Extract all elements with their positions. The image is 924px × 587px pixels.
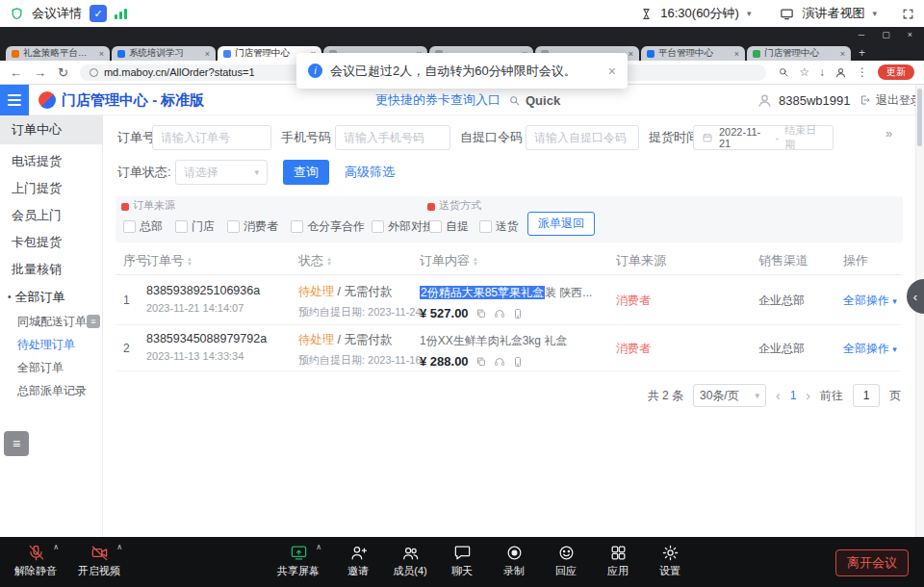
unmute-button[interactable]: ∧ 解除静音 (10, 542, 62, 578)
col-order-no[interactable]: 订单号▲▼ (146, 246, 192, 275)
col-status[interactable]: 状态▲▼ (298, 246, 332, 275)
chat-button[interactable]: 聊天 (436, 542, 488, 578)
window-maximize-icon[interactable]: ▢ (882, 30, 890, 39)
row-action-dropdown[interactable]: 全部操作 ▾ (843, 325, 897, 372)
row-menu-icon[interactable]: ≡ (87, 315, 100, 328)
checkbox-delivery[interactable]: 送货 (479, 218, 519, 235)
sidebar-item-door-pickup[interactable]: 上门提货 (0, 175, 103, 202)
order-status-select[interactable]: 请选择 ▾ (175, 160, 268, 185)
leave-meeting-button[interactable]: 离开会议 (835, 549, 909, 576)
browser-tab[interactable]: 门店管理中心× (747, 46, 851, 61)
share-options-caret-icon[interactable]: ∧ (316, 543, 321, 551)
sidebar-sub-hq-dispatch[interactable]: 总部派单记录 (0, 379, 103, 402)
tab-close-icon[interactable]: × (99, 49, 104, 59)
current-page[interactable]: 1 (790, 389, 797, 402)
record-button[interactable]: 录制 (488, 542, 540, 578)
sidebar-sub-pending-orders[interactable]: 待处理订单 (0, 333, 103, 356)
bookmark-star-icon[interactable]: ☆ (799, 65, 809, 79)
sidebar-toggle-button[interactable] (0, 85, 29, 115)
sidebar-sub-city-delivery[interactable]: 同城配送订单 ≡ (0, 310, 103, 333)
copy-icon[interactable] (475, 356, 487, 368)
settings-button[interactable]: 设置 (644, 542, 696, 578)
forward-icon[interactable]: → (34, 66, 46, 79)
dispatch-return-button[interactable]: 派单退回 (527, 212, 595, 236)
search-button[interactable]: 查询 (283, 160, 329, 185)
next-page-icon[interactable]: › (806, 388, 810, 403)
mic-options-caret-icon[interactable]: ∧ (53, 543, 59, 551)
view-mode-label[interactable]: 演讲者视图 (802, 5, 864, 22)
meeting-detail-label[interactable]: 会议详情 (32, 5, 82, 22)
date-range-picker[interactable]: 2022-11-21 - 结束日期 (693, 125, 834, 150)
security-shield-icon[interactable] (10, 7, 24, 21)
order-no-input[interactable] (152, 125, 271, 150)
sidebar-item-card-pickup[interactable]: 卡包提货 (0, 229, 103, 256)
tab-close-icon[interactable]: × (840, 49, 845, 59)
phone-input[interactable] (335, 125, 450, 150)
toast-close-icon[interactable]: × (608, 64, 616, 79)
fullscreen-icon[interactable] (902, 8, 914, 20)
tab-close-icon[interactable]: × (629, 49, 633, 59)
row-action-dropdown[interactable]: 全部操作 ▾ (843, 275, 897, 326)
col-content[interactable]: 订单内容▲▼ (420, 246, 478, 275)
goto-page-input[interactable] (853, 384, 880, 407)
logout-button[interactable]: 退出登录 (860, 85, 922, 115)
browser-menu-icon[interactable]: ⋮ (857, 65, 868, 79)
sidebar-sub-all-orders[interactable]: 全部订单 (0, 356, 103, 379)
sidebar-section-order-center[interactable]: 订单中心 (0, 115, 103, 144)
meeting-time[interactable]: 16:30(60分钟) (660, 5, 739, 22)
reaction-button[interactable]: 回应 (540, 542, 592, 578)
sidebar-group-all-orders[interactable]: • 全部订单 (0, 285, 103, 310)
headset-icon[interactable] (494, 308, 505, 319)
checkbox-warehouse-coop[interactable]: 仓分享合作 (291, 218, 365, 235)
meeting-protection-badge-icon[interactable]: ✓ (90, 5, 107, 22)
back-icon[interactable]: ← (10, 66, 22, 79)
pickup-code-input[interactable] (526, 125, 639, 150)
browser-tab[interactable]: 礼盒策略平台管理中心× (6, 46, 110, 61)
headset-icon[interactable] (494, 356, 505, 368)
start-video-button[interactable]: ∧ 开启视频 (73, 542, 125, 578)
meeting-control-widget[interactable]: ≡ (4, 431, 29, 456)
scrollbar-thumb[interactable] (917, 89, 922, 146)
view-caret-icon[interactable]: ▾ (872, 9, 877, 18)
browser-update-button[interactable]: 更新 (878, 64, 914, 80)
profile-avatar-icon[interactable] (834, 66, 847, 79)
sidebar-item-phone-pickup[interactable]: 电话提货 (0, 148, 103, 175)
side-panel-handle[interactable]: ‹ (907, 279, 924, 314)
invite-button[interactable]: 邀请 (332, 542, 384, 578)
copy-icon[interactable] (475, 308, 487, 319)
new-tab-icon[interactable]: + (859, 46, 865, 60)
advanced-filter-link[interactable]: 高级筛选 (345, 160, 395, 185)
sort-icon[interactable]: ▲▼ (473, 257, 478, 266)
window-minimize-icon[interactable]: ─ (859, 30, 864, 39)
checkbox-store[interactable]: 门店 (175, 218, 215, 235)
browser-tab[interactable]: 系统培训学习× (112, 46, 216, 61)
video-options-caret-icon[interactable]: ∧ (116, 543, 122, 551)
sort-icon[interactable]: ▲▼ (187, 257, 192, 266)
checkbox-hq[interactable]: 总部 (123, 218, 163, 235)
browser-tab[interactable]: 平台管理中心× (641, 46, 745, 61)
members-button[interactable]: 成员(4) (384, 542, 436, 578)
phone-icon[interactable] (512, 356, 524, 368)
quick-search[interactable]: Quick (508, 85, 560, 115)
prev-page-icon[interactable]: ‹ (776, 388, 781, 403)
coupon-query-link[interactable]: 更快捷的券卡查询入口 (375, 85, 500, 115)
tab-close-icon[interactable]: × (734, 49, 739, 59)
tab-close-icon[interactable]: × (205, 49, 210, 59)
sidebar-item-member-visit[interactable]: 会员上门 (0, 202, 103, 229)
refresh-icon[interactable]: ↻ (58, 66, 68, 79)
checkbox-self-pickup[interactable]: 自提 (429, 218, 469, 235)
sidebar-item-batch-verify[interactable]: 批量核销 (0, 256, 103, 283)
user-account[interactable]: 8385wb1991 (757, 85, 850, 115)
site-info-icon[interactable] (90, 68, 98, 77)
checkbox-external[interactable]: 外部对接 (372, 218, 434, 235)
page-size-select[interactable]: 30条/页▾ (693, 384, 766, 407)
time-caret-icon[interactable]: ▾ (747, 9, 752, 18)
window-close-icon[interactable]: × (908, 30, 912, 39)
share-screen-button[interactable]: ∧ 共享屏幕 (272, 542, 324, 578)
checkbox-consumer[interactable]: 消费者 (227, 218, 278, 235)
search-zoom-icon[interactable] (778, 66, 789, 78)
collapse-panel-icon[interactable]: » (886, 126, 892, 140)
sort-icon[interactable]: ▲▼ (326, 257, 332, 266)
apps-button[interactable]: 应用 (592, 542, 644, 578)
phone-icon[interactable] (512, 308, 524, 319)
